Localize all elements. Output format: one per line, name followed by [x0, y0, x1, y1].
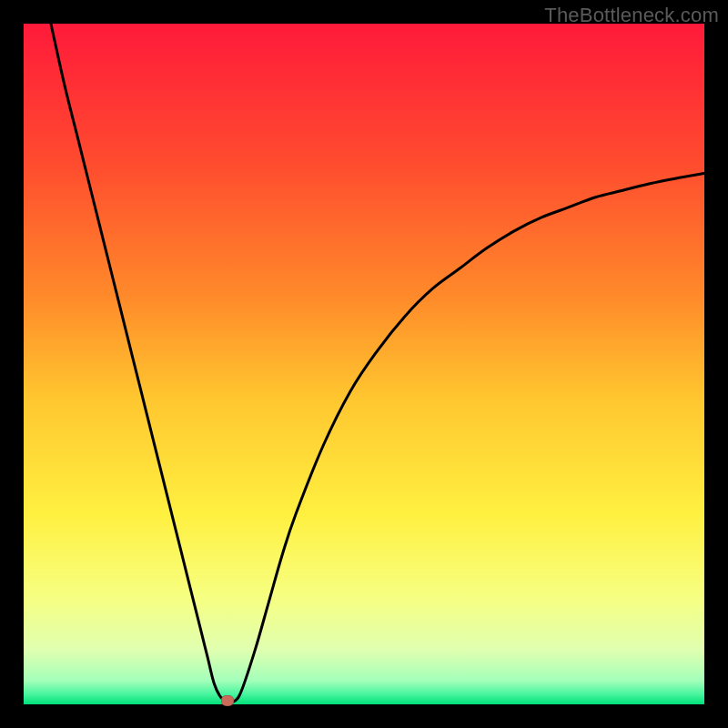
- bottleneck-curve: [24, 24, 704, 704]
- watermark-text: TheBottleneck.com: [544, 4, 719, 27]
- plot-area: [24, 24, 704, 704]
- chart-frame: TheBottleneck.com: [0, 0, 728, 728]
- minimum-marker: [221, 695, 234, 706]
